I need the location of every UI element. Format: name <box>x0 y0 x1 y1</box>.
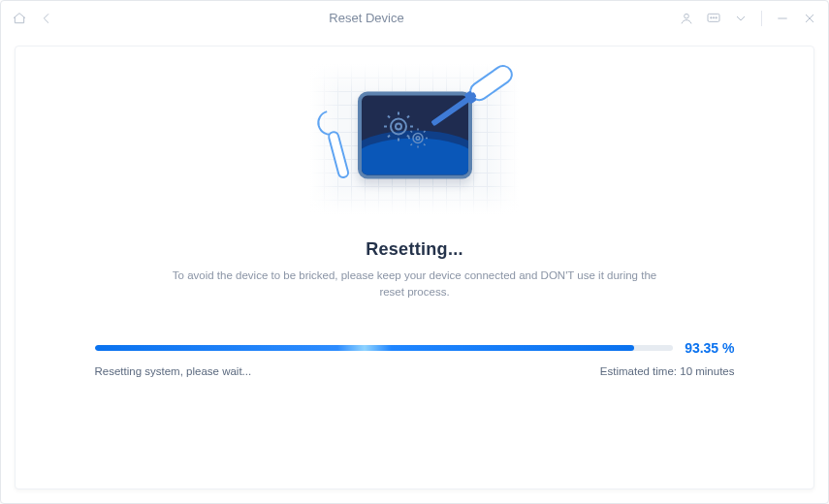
svg-rect-5 <box>328 131 349 178</box>
progress-fill <box>95 345 635 351</box>
message-icon[interactable] <box>705 10 722 27</box>
progress-right-label: Estimated time: 10 minutes <box>600 365 735 377</box>
chevron-down-icon[interactable] <box>732 10 749 27</box>
home-icon[interactable] <box>11 10 28 27</box>
svg-point-0 <box>685 14 689 18</box>
svg-point-4 <box>716 16 717 17</box>
gear-icon <box>383 110 431 149</box>
content-panel: Resetting... To avoid the device to be b… <box>15 46 814 489</box>
status-hint: To avoid the device to be bricked, pleas… <box>163 268 667 301</box>
back-icon[interactable] <box>38 10 55 27</box>
svg-point-8 <box>413 133 423 142</box>
progress-row: 93.35 % <box>95 340 735 356</box>
status-title: Resetting... <box>366 239 463 260</box>
title-bar: Reset Device <box>1 1 828 36</box>
user-icon[interactable] <box>678 10 695 27</box>
svg-point-7 <box>396 123 401 129</box>
window-title: Reset Device <box>63 11 670 25</box>
minimize-icon[interactable] <box>774 10 791 27</box>
svg-point-2 <box>711 16 712 17</box>
progress-left-label: Resetting system, please wait... <box>95 365 252 377</box>
progress-percent: 93.35 % <box>685 340 734 356</box>
app-window: Reset Device <box>0 0 829 504</box>
svg-point-6 <box>391 118 406 134</box>
svg-point-3 <box>713 16 714 17</box>
close-icon[interactable] <box>801 10 818 27</box>
progress-bar <box>95 345 674 351</box>
svg-point-9 <box>416 136 420 140</box>
illustration <box>310 64 519 214</box>
separator <box>761 11 762 26</box>
progress-labels: Resetting system, please wait... Estimat… <box>95 365 735 377</box>
